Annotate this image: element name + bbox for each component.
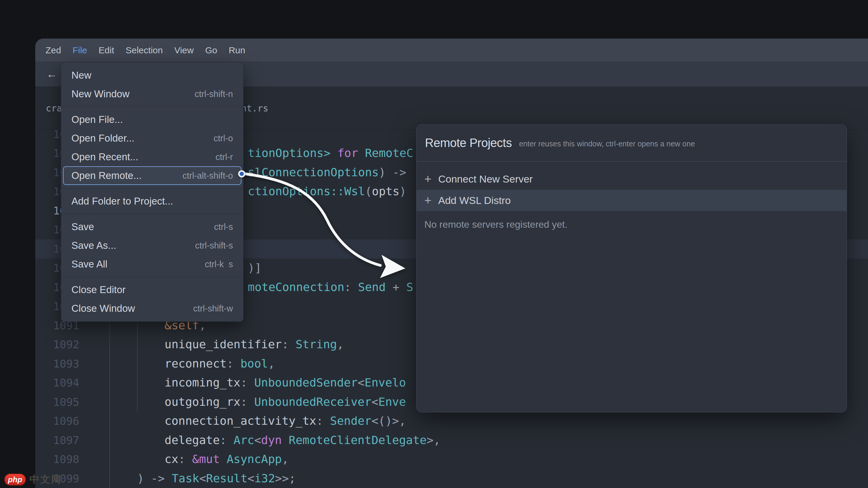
menubar-item-file[interactable]: File [73,45,87,56]
menu-item-open-recent[interactable]: Open Recent...ctrl-r [63,148,241,166]
code-token: ) -> [379,166,413,179]
dialog-header: Remote Projects enter reuses this window… [416,125,846,162]
dialog-action-list: +Connect New Server+Add WSL Distro [416,162,846,211]
code-line: delegate: Arc<dyn RemoteClientDelegate>, [164,431,440,450]
menu-item-save-all[interactable]: Save Allctrl-k s [63,255,241,273]
menu-item-label: Open File... [71,114,123,125]
menu-item-label: Save All [71,258,107,270]
menubar-item-view[interactable]: View [174,45,193,56]
menu-item-new[interactable]: New [63,66,241,85]
code-token: : [227,357,241,370]
menu-item-close-editor[interactable]: Close Editor [63,281,241,299]
code-token: : [344,281,358,294]
menu-item-shortcut: ctrl-s [214,222,233,232]
code-token: < [199,472,206,485]
breadcrumb[interactable]: cra [46,102,62,115]
arrow-origin-dot [238,170,245,177]
code-token: AsyncApp [227,452,282,466]
code-token: : [241,376,254,389]
code-token: ) [399,185,406,198]
code-token: ) -> [137,472,172,485]
watermark: php 中文网 [4,473,62,486]
menu-item-new-window[interactable]: New Windowctrl-shift-n [63,85,241,103]
code-token: dyn [261,433,289,447]
menu-separator [61,277,243,277]
menu-item-label: Save [71,221,94,233]
line-number: 1093 [35,354,79,373]
menu-item-save[interactable]: Savectrl-s [63,218,241,236]
plus-icon: + [424,194,438,207]
menu-item-label: Open Recent... [71,151,138,163]
breadcrumb-filename[interactable]: nt.rs [241,102,268,115]
dialog-action-connect-new-server[interactable]: +Connect New Server [416,168,846,190]
code-token: reconnect [164,357,227,370]
menu-item-label: New [71,70,91,81]
code-line: reconnect: bool, [164,354,275,373]
file-menu: NewNew Windowctrl-shift-nOpen File...Ope… [61,62,244,322]
menubar-item-zed[interactable]: Zed [45,45,61,56]
menu-item-label: New Window [71,88,130,100]
code-token: , [268,357,275,370]
code-line: ctionOptions::Wsl(opts) [248,182,406,201]
code-token: < [371,395,378,409]
code-line: slConnectionOptions) -> [248,163,413,182]
menu-item-label: Close Editor [71,284,126,295]
line-number: 1096 [35,412,79,431]
menu-item-open-remote[interactable]: Open Remote...ctrl-alt-shift-o [63,166,241,185]
menu-item-open-folder[interactable]: Open Folder...ctrl-o [63,129,241,148]
code-line: ) -> Task<Result<i32>>; [137,469,296,488]
dialog-empty-state: No remote servers registered yet. [416,219,846,230]
code-token: Envelo [365,376,406,389]
menubar-item-go[interactable]: Go [205,45,217,56]
code-line: connection_activity_tx: Sender<()>, [164,412,406,431]
line-number: 1098 [35,450,79,469]
code-line: outgoing_rx: UnboundedReceiver<Enve [164,392,406,412]
code-token: opts [372,185,400,198]
code-token: >>; [275,472,296,485]
code-token: Sender [330,414,371,427]
code-token: Result [206,472,247,485]
code-token: RemoteClientDelegate [289,433,427,447]
menu-item-close-window[interactable]: Close Windowctrl-shift-w [63,299,241,318]
code-token: UnboundedSender [254,376,358,389]
code-token: Enve [378,395,406,409]
menu-item-label: Open Folder... [71,133,134,144]
watermark-text: 中文网 [30,473,62,486]
dialog-action-label: Connect New Server [438,173,533,185]
line-number: 1094 [35,373,79,392]
code-token: ctionOptions::Wsl [248,185,365,198]
menu-item-save-as[interactable]: Save As...ctrl-shift-s [63,236,241,255]
menu-item-shortcut: ctrl-o [214,133,233,143]
code-line: moteConnection: Send + S [248,278,413,297]
code-token: <()>, [371,414,406,427]
menu-item-open-file[interactable]: Open File... [63,110,241,129]
remote-projects-dialog: Remote Projects enter reuses this window… [416,124,847,412]
back-button[interactable]: ← [43,65,61,83]
code-token: < [358,376,365,389]
code-token: < [247,472,254,485]
code-token: for [337,147,358,160]
line-number: 1095 [35,392,79,412]
code-token: &mut [192,452,227,466]
menubar-item-run[interactable]: Run [229,45,245,56]
code-token: delegate [164,433,220,447]
menu-item-label: Add Folder to Project... [71,195,173,207]
code-token: incoming_tx [164,376,241,389]
code-token: outgoing_rx [164,395,241,409]
code-token: moteConnection [248,281,344,294]
code-token: : [282,338,296,351]
menubar-item-edit[interactable]: Edit [98,45,114,56]
code-token: connection_activity_tx [164,414,316,427]
line-number: 1092 [35,335,79,354]
menu-item-add-folder-to-project[interactable]: Add Folder to Project... [63,192,241,210]
menu-item-shortcut: ctrl-shift-n [195,89,233,99]
dialog-action-add-wsl-distro[interactable]: +Add WSL Distro [416,190,846,211]
menu-item-shortcut: ctrl-k s [205,259,233,269]
code-token: , [337,338,344,351]
desktop: ZedFileEditSelectionViewGoRun ← cra nt.r… [0,0,868,488]
menu-separator [61,107,243,107]
menubar-item-selection[interactable]: Selection [126,45,163,56]
menu-item-shortcut: ctrl-alt-shift-o [182,171,233,181]
code-token: tionOptions> [248,147,337,160]
code-token: String [296,338,337,351]
